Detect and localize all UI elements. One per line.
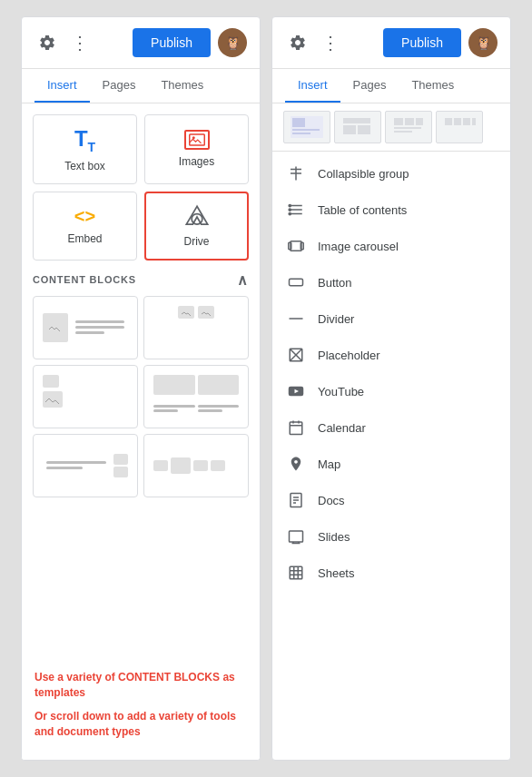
block-lines: [72, 319, 128, 336]
tab-pages-left[interactable]: Pages: [90, 69, 149, 103]
preview-thumb-1[interactable]: [283, 111, 330, 143]
block-item-5[interactable]: [33, 434, 138, 497]
svg-rect-27: [463, 118, 470, 125]
right-publish-button[interactable]: Publish: [383, 28, 461, 57]
button-label: Button: [318, 276, 352, 290]
toc-icon: [287, 201, 305, 219]
tab-insert-left[interactable]: Insert: [34, 69, 90, 103]
block-item-6[interactable]: [143, 434, 249, 497]
map-icon: [287, 455, 305, 473]
youtube-icon: [287, 382, 305, 400]
right-panel: ⋮ Publish 🦉 Insert Pages Themes: [271, 16, 511, 761]
carousel-label: Image carousel: [318, 240, 399, 253]
settings-icon[interactable]: [34, 30, 60, 55]
placeholder-label: Placeholder: [318, 349, 380, 362]
svg-rect-6: [45, 378, 56, 385]
block-img-icon-6b: [171, 457, 191, 474]
preview-thumb-3[interactable]: [385, 111, 432, 143]
svg-rect-9: [212, 381, 223, 388]
svg-point-35: [289, 204, 291, 206]
sidebar-item-docs[interactable]: Docs: [272, 482, 510, 518]
button-icon: [287, 273, 305, 291]
insert-textbox[interactable]: TT Text box: [33, 114, 137, 184]
block-item-3[interactable]: [33, 365, 138, 428]
tab-themes-right[interactable]: Themes: [399, 69, 467, 103]
sidebar-item-image-carousel[interactable]: Image carousel: [272, 228, 510, 264]
content-blocks-header: CONTENT BLOCKS ∧: [33, 271, 249, 289]
sidebar-item-divider[interactable]: Divider: [272, 300, 510, 337]
tab-insert-right[interactable]: Insert: [285, 69, 340, 103]
insert-images[interactable]: Images: [144, 114, 249, 184]
block-lines-5: [43, 459, 110, 471]
preview-row: [272, 103, 510, 152]
svg-rect-48: [290, 422, 302, 435]
svg-rect-16: [343, 125, 356, 134]
calendar-label: Calendar: [318, 421, 366, 435]
block-img-icon-3b: [43, 391, 63, 408]
map-label: Map: [318, 457, 340, 471]
right-tabs: Insert Pages Themes: [272, 69, 510, 103]
right-panel-list: Collapsible group Table of conten: [272, 152, 510, 760]
blocks-grid: [33, 296, 249, 497]
block-img-icon-5b: [113, 467, 128, 477]
collapsible-group-label: Collapsible group: [318, 167, 409, 181]
sidebar-item-sheets[interactable]: Sheets: [272, 555, 510, 591]
preview-thumb-4[interactable]: [436, 111, 483, 143]
publish-button[interactable]: Publish: [133, 28, 211, 57]
sidebar-item-calendar[interactable]: Calendar: [272, 409, 510, 446]
left-tabs: Insert Pages Themes: [22, 69, 260, 103]
block-img-icon-4b: [198, 375, 240, 396]
svg-rect-28: [472, 118, 476, 125]
insert-embed[interactable]: <> Embed: [33, 192, 137, 261]
insert-drive[interactable]: Drive: [144, 192, 249, 261]
youtube-label: YouTube: [318, 385, 364, 398]
sidebar-item-toc[interactable]: Table of contents: [272, 192, 510, 228]
svg-rect-23: [394, 131, 412, 133]
toc-label: Table of contents: [318, 203, 407, 217]
block-img-icon-2a: [178, 306, 194, 319]
block-lines-3: [65, 391, 73, 408]
slides-label: Slides: [318, 530, 350, 544]
left-panel: ⋮ Publish 🦉 Insert Pages Themes TT Text …: [21, 16, 261, 761]
svg-rect-15: [343, 118, 370, 123]
sidebar-item-placeholder[interactable]: Placeholder: [272, 337, 510, 373]
svg-rect-20: [405, 118, 414, 125]
svg-rect-25: [445, 118, 452, 125]
svg-rect-12: [292, 129, 320, 131]
more-options-icon[interactable]: ⋮: [67, 30, 93, 55]
svg-point-36: [289, 209, 291, 211]
sheets-icon: [287, 564, 305, 582]
calendar-icon: [287, 418, 305, 437]
svg-rect-13: [292, 133, 310, 134]
annotation-text-1: Use a variety of CONTENT BLOCKS as templ…: [34, 670, 247, 701]
sidebar-item-slides[interactable]: Slides: [272, 518, 510, 555]
tab-themes-left[interactable]: Themes: [148, 69, 216, 103]
textbox-label: Text box: [64, 160, 105, 172]
preview-thumb-2[interactable]: [334, 111, 381, 143]
block-item-2[interactable]: [143, 296, 249, 359]
right-avatar[interactable]: 🦉: [468, 28, 498, 57]
sidebar-item-button[interactable]: Button: [272, 264, 510, 300]
docs-icon: [287, 491, 305, 509]
avatar[interactable]: 🦉: [218, 28, 247, 57]
block-item-1[interactable]: [33, 296, 138, 359]
right-settings-icon[interactable]: [285, 30, 310, 55]
slides-icon: [287, 527, 305, 546]
collapsible-icon: [287, 164, 305, 182]
block-item-4[interactable]: [143, 365, 249, 428]
block-img-icon-6d: [211, 460, 225, 471]
placeholder-icon: [287, 346, 305, 364]
svg-rect-26: [454, 118, 461, 125]
right-more-options-icon[interactable]: ⋮: [318, 30, 343, 55]
sidebar-item-youtube[interactable]: YouTube: [272, 373, 510, 409]
tab-pages-right[interactable]: Pages: [340, 69, 399, 103]
collapse-icon[interactable]: ∧: [237, 271, 249, 289]
svg-rect-17: [358, 125, 370, 134]
sidebar-item-map[interactable]: Map: [272, 446, 510, 482]
block-img-icon-4a: [153, 375, 195, 396]
sidebar-item-collapsible-group[interactable]: Collapsible group: [272, 155, 510, 192]
images-icon: [184, 130, 210, 150]
embed-label: Embed: [67, 232, 102, 245]
sheets-label: Sheets: [318, 566, 354, 580]
block-lines-2: [192, 321, 200, 349]
